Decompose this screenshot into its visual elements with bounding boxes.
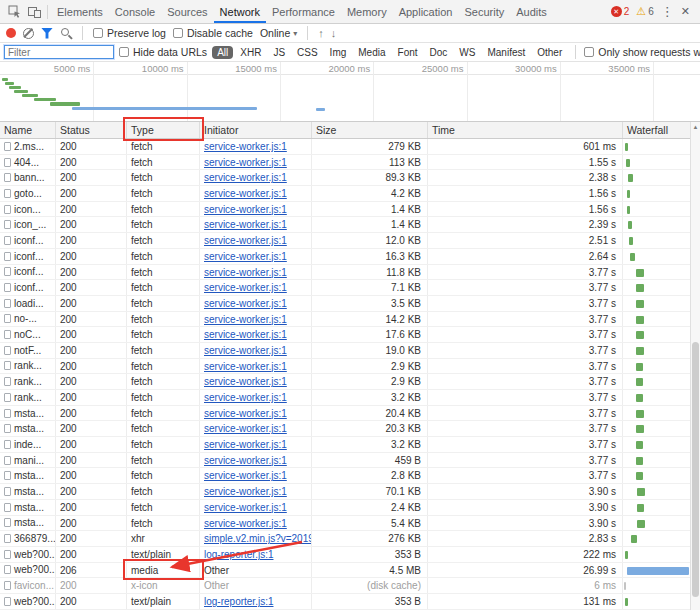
initiator-link[interactable]: service-worker.js:1 — [204, 423, 287, 434]
clear-button[interactable] — [23, 28, 34, 39]
filter-chip-other[interactable]: Other — [532, 46, 567, 59]
filter-chip-media[interactable]: Media — [353, 46, 390, 59]
table-row[interactable]: iconf...200fetchservice-worker.js:116.3 … — [0, 249, 700, 265]
initiator-link[interactable]: log-reporter.js:1 — [204, 596, 273, 607]
initiator-link[interactable]: service-worker.js:1 — [204, 502, 287, 513]
table-row[interactable]: rank...200fetchservice-worker.js:12.9 KB… — [0, 374, 700, 390]
table-row[interactable]: noC...200fetchservice-worker.js:117.6 KB… — [0, 327, 700, 343]
table-row[interactable]: 366879...200xhrsimple.v2.min.js?v=20190.… — [0, 531, 700, 547]
table-row[interactable]: 2.ms...200fetchservice-worker.js:1279 KB… — [0, 139, 700, 155]
tab-network[interactable]: Network — [214, 0, 266, 23]
error-badge[interactable]: ✕ 2 — [611, 6, 630, 17]
table-row[interactable]: rank...200fetchservice-worker.js:12.9 KB… — [0, 359, 700, 375]
table-row[interactable]: web?00...206mediaOther4.5 MB26.99 s — [0, 563, 700, 579]
initiator-link[interactable]: service-worker.js:1 — [204, 455, 287, 466]
initiator-link[interactable]: service-worker.js:1 — [204, 392, 287, 403]
warning-badge[interactable]: ⚠ 6 — [636, 6, 653, 17]
filter-chip-manifest[interactable]: Manifest — [482, 46, 530, 59]
initiator-link[interactable]: service-worker.js:1 — [204, 345, 287, 356]
export-har-icon[interactable]: ↓ — [331, 28, 337, 39]
table-row[interactable]: msta...200fetchservice-worker.js:120.4 K… — [0, 406, 700, 422]
table-row[interactable]: bann...200fetchservice-worker.js:189.3 K… — [0, 170, 700, 186]
initiator-link[interactable]: service-worker.js:1 — [204, 251, 287, 262]
samesite-checkbox[interactable] — [584, 47, 594, 57]
table-row[interactable]: rank...200fetchservice-worker.js:13.2 KB… — [0, 390, 700, 406]
filter-toggle-icon[interactable] — [41, 28, 53, 39]
table-row[interactable]: web?00...200text/plainlog-reporter.js:13… — [0, 547, 700, 563]
initiator-link[interactable]: service-worker.js:1 — [204, 314, 287, 325]
record-button[interactable] — [6, 28, 16, 38]
table-row[interactable]: msta...200fetchservice-worker.js:120.3 K… — [0, 421, 700, 437]
filter-chip-all[interactable]: All — [212, 46, 233, 59]
preserve-log-checkbox[interactable] — [93, 28, 103, 38]
tab-elements[interactable]: Elements — [51, 0, 109, 23]
initiator-link[interactable]: service-worker.js:1 — [204, 408, 287, 419]
initiator-link[interactable]: service-worker.js:1 — [204, 298, 287, 309]
search-icon[interactable] — [60, 27, 72, 39]
filter-chip-css[interactable]: CSS — [292, 46, 323, 59]
table-row[interactable]: web?00...200text/plainlog-reporter.js:13… — [0, 594, 700, 610]
inspect-element-icon[interactable] — [4, 2, 24, 22]
table-row[interactable]: icon_...200fetchservice-worker.js:11.4 K… — [0, 217, 700, 233]
column-header-initiator[interactable]: Initiator — [200, 122, 312, 138]
table-row[interactable]: loadi...200fetchservice-worker.js:13.5 K… — [0, 296, 700, 312]
tab-console[interactable]: Console — [109, 0, 161, 23]
more-options-icon[interactable]: ⋮ — [661, 5, 674, 18]
filter-chip-doc[interactable]: Doc — [425, 46, 453, 59]
initiator-link[interactable]: service-worker.js:1 — [204, 486, 287, 497]
table-row[interactable]: iconf...200fetchservice-worker.js:112.0 … — [0, 233, 700, 249]
filter-chip-ws[interactable]: WS — [454, 46, 480, 59]
initiator-link[interactable]: service-worker.js:1 — [204, 329, 287, 340]
table-row[interactable]: goto...200fetchservice-worker.js:14.2 KB… — [0, 186, 700, 202]
filter-chip-font[interactable]: Font — [393, 46, 423, 59]
initiator-link[interactable]: service-worker.js:1 — [204, 439, 287, 450]
disable-cache-checkbox[interactable] — [173, 28, 183, 38]
table-row[interactable]: msta...200fetchservice-worker.js:170.1 K… — [0, 484, 700, 500]
column-header-size[interactable]: Size — [312, 122, 428, 138]
table-row[interactable]: msta...200fetchservice-worker.js:12.8 KB… — [0, 468, 700, 484]
initiator-link[interactable]: service-worker.js:1 — [204, 282, 287, 293]
import-har-icon[interactable]: ↑ — [318, 28, 324, 39]
tab-application[interactable]: Application — [393, 0, 459, 23]
device-toolbar-icon[interactable] — [24, 2, 44, 22]
table-row[interactable]: msta...200fetchservice-worker.js:12.4 KB… — [0, 500, 700, 516]
vertical-scrollbar[interactable]: ▲ — [690, 122, 700, 610]
tab-performance[interactable]: Performance — [266, 0, 341, 23]
table-row[interactable]: 404...200fetchservice-worker.js:1113 KB1… — [0, 155, 700, 171]
table-row[interactable]: mani...200fetchservice-worker.js:1459 B3… — [0, 453, 700, 469]
filter-input[interactable] — [4, 45, 114, 59]
column-header-name[interactable]: Name — [0, 122, 56, 138]
scrollbar-thumb[interactable] — [692, 342, 699, 597]
timeline-overview[interactable]: 5000 ms10000 ms15000 ms20000 ms25000 ms3… — [0, 62, 700, 122]
column-header-type[interactable]: Type — [127, 122, 200, 138]
table-row[interactable]: icon...200fetchservice-worker.js:11.4 KB… — [0, 202, 700, 218]
table-row[interactable]: iconf...200fetchservice-worker.js:111.8 … — [0, 265, 700, 281]
initiator-link[interactable]: service-worker.js:1 — [204, 235, 287, 246]
table-row[interactable]: notF...200fetchservice-worker.js:119.0 K… — [0, 343, 700, 359]
filter-chip-js[interactable]: JS — [268, 46, 290, 59]
initiator-link[interactable]: log-reporter.js:1 — [204, 549, 273, 560]
table-row[interactable]: no-...200fetchservice-worker.js:114.2 KB… — [0, 312, 700, 328]
tab-security[interactable]: Security — [458, 0, 510, 23]
initiator-link[interactable]: service-worker.js:1 — [204, 188, 287, 199]
column-header-status[interactable]: Status — [56, 122, 127, 138]
initiator-link[interactable]: service-worker.js:1 — [204, 470, 287, 481]
initiator-link[interactable]: service-worker.js:1 — [204, 204, 287, 215]
column-header-time[interactable]: Time — [428, 122, 623, 138]
table-row[interactable]: msta...200fetchservice-worker.js:15.4 KB… — [0, 516, 700, 532]
tab-memory[interactable]: Memory — [341, 0, 393, 23]
hide-data-urls-checkbox[interactable] — [119, 47, 129, 57]
throttling-dropdown[interactable]: Online ▾ — [260, 27, 297, 39]
table-row[interactable]: iconf...200fetchservice-worker.js:17.1 K… — [0, 280, 700, 296]
filter-chip-xhr[interactable]: XHR — [235, 46, 266, 59]
scroll-up-arrow-icon[interactable]: ▲ — [691, 122, 700, 133]
table-row[interactable]: inde...200fetchservice-worker.js:13.2 KB… — [0, 437, 700, 453]
close-devtools-icon[interactable]: ✕ — [681, 6, 690, 17]
initiator-link[interactable]: service-worker.js:1 — [204, 141, 287, 152]
initiator-link[interactable]: service-worker.js:1 — [204, 376, 287, 387]
initiator-link[interactable]: service-worker.js:1 — [204, 172, 287, 183]
initiator-link[interactable]: simple.v2.min.js?v=20190... — [204, 533, 312, 544]
initiator-link[interactable]: service-worker.js:1 — [204, 157, 287, 168]
initiator-link[interactable]: service-worker.js:1 — [204, 518, 287, 529]
initiator-link[interactable]: service-worker.js:1 — [204, 267, 287, 278]
